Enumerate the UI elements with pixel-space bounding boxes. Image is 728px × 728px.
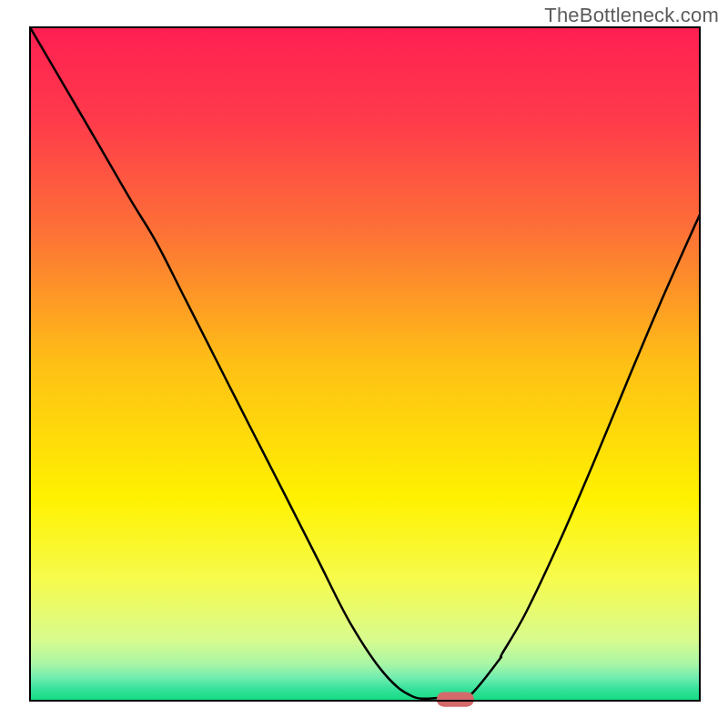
bottleneck-chart [0,0,728,728]
plot-background [30,27,700,701]
attribution-label: TheBottleneck.com [544,4,719,27]
optimal-marker [437,692,474,706]
chart-container: TheBottleneck.com [0,0,728,728]
